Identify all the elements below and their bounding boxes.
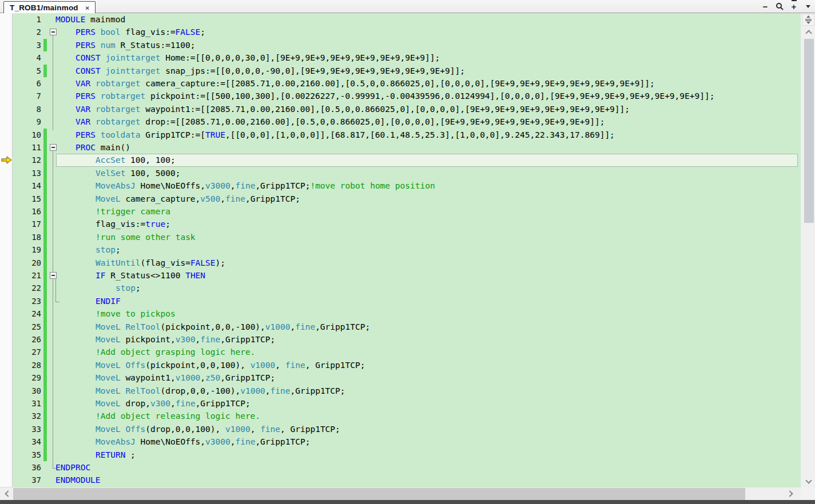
scroll-down-icon[interactable] [802,475,814,487]
code-text[interactable]: PERS tooldata Gripp1TCP:=[TRUE,[[0,0,0],… [13,129,801,141]
tab-trob1-mainmod[interactable]: T_ROB1/mainmod × [3,1,96,13]
code-line[interactable]: 11PROC main() [13,141,801,154]
code-line[interactable]: 12AccSet 100, 100; [13,154,801,166]
vertical-scrollbar[interactable] [801,13,815,487]
code-line[interactable]: 17flag_vis:=true; [13,218,801,230]
code-line[interactable]: 5CONST jointtarget snap_jps:=[[0,0,0,0,-… [13,65,801,77]
code-text[interactable]: MoveAbsJ Home\NoEOffs,v3000,fine,Gripp1T… [13,179,801,192]
vertical-scrollbar-thumb[interactable] [804,39,814,223]
tab-bar: T_ROB1/mainmod × − + [0,0,815,13]
code-text[interactable]: AccSet 100, 100; [13,154,801,166]
code-text[interactable]: !Add object releasing logic here. [13,410,801,422]
code-text[interactable]: CONST jointtarget snap_jps:=[[0,0,0,0,-9… [13,65,801,77]
code-rows: 1MODULE mainmod2PERS bool flag_vis:=FALS… [13,13,801,487]
code-text[interactable]: stop; [13,282,801,294]
code-text[interactable]: PERS num R_Status:=1100; [13,39,801,51]
code-text[interactable]: VAR robtarget waypoint1:=[[2085.71,0.00,… [13,103,801,115]
code-line[interactable]: 13VelSet 100, 5000; [13,167,801,179]
code-line[interactable]: 7PERS robtarget pickpoint:=[[500,100,300… [13,90,801,102]
code-text[interactable]: MoveL RelTool(drop,0,0,-100),v1000,fine,… [13,385,801,397]
code-line[interactable]: 19stop; [13,243,801,256]
code-line[interactable]: 6VAR robtarget camera_capture:=[[2085.71… [13,77,801,90]
code-line[interactable]: 14MoveAbsJ Home\NoEOffs,v3000,fine,Gripp… [13,179,801,192]
zoom-in-icon[interactable]: + [789,2,798,11]
code-text[interactable]: WaitUntil(flag_vis=FALSE); [13,257,801,269]
tab-title: T_ROB1/mainmod [10,3,78,12]
code-text[interactable]: stop; [13,243,801,256]
fold-collapse-icon[interactable] [50,144,57,151]
code-text[interactable]: ENDIF [13,295,801,307]
code-line[interactable]: 16!trigger camera [13,205,801,218]
fold-collapse-icon[interactable] [50,29,57,35]
fold-collapse-icon[interactable] [50,272,57,279]
code-line[interactable]: 25MoveL RelTool(pickpoint,0,0,-100),v100… [13,321,801,333]
code-text[interactable]: !Add object grasping logic here. [13,346,801,358]
code-line[interactable]: 18!run some other task [13,231,801,243]
code-line[interactable]: 1MODULE mainmod [13,13,801,26]
code-text[interactable]: MoveL Offs(pickpoint,0,0,100), v1000, fi… [13,359,801,371]
scroll-left-icon[interactable] [1,487,13,500]
code-line[interactable]: 2PERS bool flag_vis:=FALSE; [13,26,801,38]
execution-pointer-icon [1,156,12,166]
code-line[interactable]: 27!Add object grasping logic here. [13,346,801,358]
code-line[interactable]: 3PERS num R_Status:=1100; [13,39,801,51]
code-text[interactable]: !trigger camera [13,205,801,218]
code-text[interactable]: CONST jointtarget Home:=[[0,0,0,0,30,0],… [13,51,801,64]
code-line[interactable]: 10PERS tooldata Gripp1TCP:=[TRUE,[[0,0,0… [13,129,801,141]
horizontal-scrollbar-thumb[interactable] [13,488,745,500]
code-text[interactable]: MoveL camera_capture,v500,fine,Gripp1TCP… [13,193,801,205]
code-editor[interactable]: 1MODULE mainmod2PERS bool flag_vis:=FALS… [0,13,801,487]
code-text[interactable]: PERS bool flag_vis:=FALSE; [13,26,801,38]
code-text[interactable]: !move to pickpos [13,307,801,320]
code-line[interactable]: 4CONST jointtarget Home:=[[0,0,0,0,30,0]… [13,51,801,64]
scroll-right-icon[interactable] [785,487,796,500]
code-text[interactable]: MoveL drop,v300,fine,Gripp1TCP; [13,397,801,410]
code-line[interactable]: 34MoveAbsJ Home\NoEOffs,v3000,fine,Gripp… [13,435,801,448]
code-text[interactable]: VAR robtarget camera_capture:=[[2085.71,… [13,77,801,90]
code-text[interactable]: PROC main() [13,141,801,154]
code-text[interactable]: MoveL waypoint1,v1000,z50,Gripp1TCP; [13,371,801,384]
code-line[interactable]: 21IF R_Status<>1100 THEN [13,269,801,282]
zoom-out-icon[interactable]: − [761,2,770,11]
code-line[interactable]: 36ENDPROC [13,461,801,474]
split-view-dropdown-icon[interactable] [804,2,813,11]
code-line[interactable]: 29MoveL waypoint1,v1000,z50,Gripp1TCP; [13,371,801,384]
scroll-up-icon[interactable] [802,26,814,38]
code-text[interactable]: MoveAbsJ Home\NoEOffs,v3000,fine,Gripp1T… [13,435,801,448]
code-line[interactable]: 26MoveL pickpoint,v300,fine,Gripp1TCP; [13,333,801,346]
code-text[interactable]: VelSet 100, 5000; [13,167,801,179]
code-line[interactable]: 22stop; [13,282,801,294]
horizontal-scrollbar[interactable] [0,487,801,500]
code-text[interactable]: VAR robtarget drop:=[[2085.71,0.00,2160.… [13,115,801,128]
code-line[interactable]: 28MoveL Offs(pickpoint,0,0,100), v1000, … [13,359,801,371]
code-line[interactable]: 24!move to pickpos [13,307,801,320]
code-text[interactable]: PERS robtarget pickpoint:=[[500,100,300]… [13,90,801,102]
code-text[interactable]: IF R_Status<>1100 THEN [13,269,801,282]
code-line[interactable]: 8VAR robtarget waypoint1:=[[2085.71,0.00… [13,103,801,115]
scrollbar-corner [801,487,815,500]
code-line[interactable]: 32!Add object releasing logic here. [13,410,801,422]
code-text[interactable]: MoveL pickpoint,v300,fine,Gripp1TCP; [13,333,801,346]
splitter-handle-icon[interactable] [802,14,814,26]
code-line[interactable]: 15MoveL camera_capture,v500,fine,Gripp1T… [13,193,801,205]
code-line[interactable]: 31MoveL drop,v300,fine,Gripp1TCP; [13,397,801,410]
code-text[interactable]: MODULE mainmod [13,13,801,26]
code-line[interactable]: 20WaitUntil(flag_vis=FALSE); [13,257,801,269]
code-text[interactable]: flag_vis:=true; [13,218,801,230]
window-bottom-edge [0,500,815,504]
code-line[interactable]: 33MoveL Offs(drop,0,0,100), v1000, fine,… [13,423,801,435]
code-text[interactable]: RETURN ; [13,449,801,461]
search-icon[interactable] [775,2,784,11]
code-line[interactable]: 23ENDIF [13,295,801,307]
code-line[interactable]: 35RETURN ; [13,449,801,461]
code-line[interactable]: 30MoveL RelTool(drop,0,0,-100),v1000,fin… [13,385,801,397]
code-text[interactable]: !run some other task [13,231,801,243]
tab-close-icon[interactable]: × [85,4,90,11]
editor-toolbar: − + [761,0,813,13]
code-line[interactable]: 37ENDMODULE [13,474,801,486]
code-text[interactable]: MoveL RelTool(pickpoint,0,0,-100),v1000,… [13,321,801,333]
code-text[interactable]: MoveL Offs(drop,0,0,100), v1000, fine, G… [13,423,801,435]
code-text[interactable]: ENDPROC [13,461,801,474]
code-line[interactable]: 9VAR robtarget drop:=[[2085.71,0.00,2160… [13,115,801,128]
code-text[interactable]: ENDMODULE [13,474,801,486]
